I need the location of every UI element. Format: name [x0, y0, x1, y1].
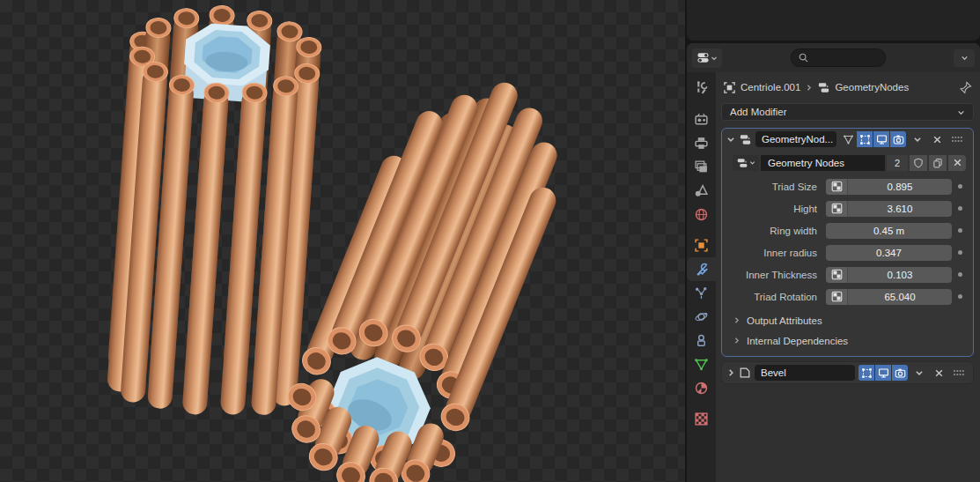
fake-user-button[interactable]: [910, 155, 927, 171]
tab-modifiers[interactable]: [687, 257, 716, 281]
field-label: Triad Size: [727, 182, 826, 192]
inner-thickness-input[interactable]: 0.103: [826, 267, 952, 283]
node-group-name-field[interactable]: Geometry Nodes: [761, 155, 885, 171]
viewport-3d[interactable]: [0, 0, 685, 482]
chevron-right-icon: [805, 84, 813, 92]
attribute-checker-icon: [831, 269, 843, 280]
modifier-extras-button[interactable]: [911, 365, 927, 381]
field-label: Hight: [727, 204, 826, 214]
field-row: Ring width 0.45 m: [727, 222, 968, 239]
tab-object-data[interactable]: [687, 352, 716, 376]
modifier-name-field[interactable]: GeometryNod...: [755, 131, 836, 147]
hight-input[interactable]: 3.610: [826, 201, 952, 217]
toggle-viewport-display[interactable]: [875, 365, 891, 381]
chevron-down-icon: [915, 368, 924, 377]
tab-tool[interactable]: [687, 76, 716, 100]
scene-icon: [694, 183, 709, 198]
geometry-nodes-icon: [817, 81, 830, 94]
toggle-edit-mode[interactable]: [857, 131, 873, 147]
field-label: Inner Thickness: [727, 270, 826, 280]
properties-main: Centriole.001 GeometryNodes Add Modifier: [716, 72, 980, 482]
modifier-name-field[interactable]: Bevel: [755, 365, 855, 381]
breadcrumb-object[interactable]: Centriole.001: [741, 82, 800, 93]
field-row: Triad Rotation 65.040: [727, 288, 968, 305]
search-input[interactable]: [791, 48, 886, 67]
decorator-dot[interactable]: [958, 228, 962, 233]
chevron-down-icon: [749, 159, 755, 166]
duplicate-button[interactable]: [929, 155, 947, 171]
section-output-attributes[interactable]: Output Attributes: [727, 310, 968, 330]
view-layer-icon: [694, 159, 709, 174]
field-label: Inner radius: [727, 248, 826, 258]
particles-icon: [694, 285, 709, 300]
breadcrumb: Centriole.001 GeometryNodes: [721, 77, 974, 98]
camera-icon: [895, 367, 906, 379]
unlink-button[interactable]: [948, 155, 966, 171]
attribute-toggle-button[interactable]: [826, 289, 848, 305]
chevron-right-icon[interactable]: [726, 368, 735, 377]
modifier-delete-button[interactable]: [929, 131, 945, 147]
camera-icon: [893, 134, 904, 145]
modifier-delete-button[interactable]: [931, 365, 947, 381]
on-cage-icon: [843, 134, 854, 145]
add-modifier-button[interactable]: Add Modifier: [721, 103, 974, 121]
toggle-on-cage[interactable]: [840, 131, 856, 147]
tab-object[interactable]: [687, 234, 716, 257]
toggle-edit-mode[interactable]: [858, 365, 874, 381]
tab-particles[interactable]: [687, 281, 716, 305]
tab-texture[interactable]: [687, 407, 716, 431]
tab-world[interactable]: [687, 203, 716, 226]
decorator-dot[interactable]: [958, 272, 962, 277]
field-row: Inner Thickness 0.103: [727, 266, 968, 283]
browse-node-group-button[interactable]: [733, 155, 759, 171]
physics-icon: [694, 309, 709, 324]
attribute-checker-icon: [831, 291, 843, 302]
decorator-dot[interactable]: [958, 294, 962, 299]
tab-physics[interactable]: [687, 305, 716, 329]
tab-scene[interactable]: [687, 179, 716, 203]
triad-size-input[interactable]: 0.895: [826, 179, 952, 195]
tab-constraints[interactable]: [687, 329, 716, 352]
drag-handle-icon[interactable]: [950, 131, 964, 147]
render-icon: [694, 112, 709, 127]
close-icon: [953, 158, 962, 167]
attribute-toggle-button[interactable]: [826, 201, 848, 217]
modifier-extras-button[interactable]: [910, 131, 925, 147]
tab-material[interactable]: [687, 376, 716, 400]
field-row: Inner radius 0.347: [727, 244, 968, 261]
copy-icon: [932, 158, 943, 168]
tab-view-layer[interactable]: [687, 155, 716, 179]
attribute-toggle-button[interactable]: [826, 267, 848, 283]
chevron-down-icon[interactable]: [726, 135, 735, 144]
geometry-nodes-icon: [736, 157, 748, 169]
toggle-viewport-display[interactable]: [873, 131, 889, 147]
outliner-area[interactable]: [687, 0, 980, 41]
output-icon: [694, 136, 709, 151]
breadcrumb-data[interactable]: GeometryNodes: [835, 82, 909, 93]
decorator-dot[interactable]: [958, 250, 962, 255]
material-icon: [694, 381, 709, 396]
properties-header: [687, 43, 980, 72]
properties-editor: Centriole.001 GeometryNodes Add Modifier: [687, 43, 980, 482]
attribute-toggle-button[interactable]: [826, 179, 848, 195]
ring-width-input[interactable]: 0.45 m: [826, 223, 952, 239]
toggle-render-display[interactable]: [892, 365, 908, 381]
inner-radius-input[interactable]: 0.347: [826, 245, 952, 261]
users-count-button[interactable]: 2: [887, 155, 908, 171]
toggle-render-display[interactable]: [890, 131, 906, 147]
pin-icon[interactable]: [959, 81, 972, 94]
editor-type-button[interactable]: [692, 48, 722, 68]
tab-output[interactable]: [687, 131, 716, 155]
decorator-dot[interactable]: [958, 184, 962, 189]
triad-rotation-input[interactable]: 65.040: [826, 289, 952, 305]
section-internal-dependencies[interactable]: Internal Dependencies: [727, 330, 968, 351]
chevron-right-icon: [733, 337, 741, 345]
chevron-down-icon: [957, 108, 965, 116]
modifier-header: GeometryNod...: [722, 129, 973, 150]
properties-tab-strip: [687, 72, 716, 482]
options-menu-button[interactable]: [954, 49, 975, 67]
texture-icon: [694, 412, 709, 426]
decorator-dot[interactable]: [958, 206, 962, 211]
tab-render[interactable]: [687, 108, 716, 131]
drag-handle-icon[interactable]: [952, 365, 966, 381]
